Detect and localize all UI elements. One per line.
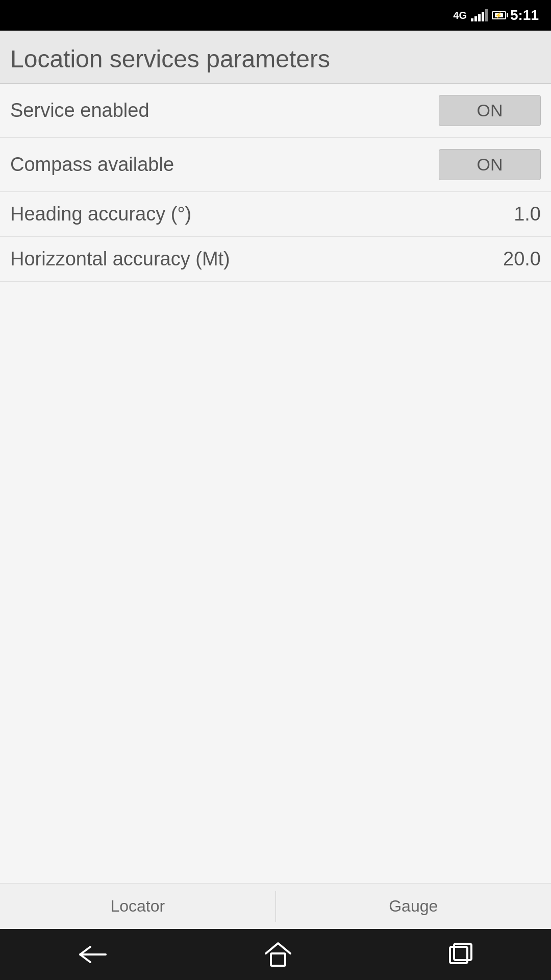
recents-icon [448, 942, 473, 967]
status-icons: 4G ⚡ 5:11 [453, 7, 539, 23]
time-display: 5:11 [510, 7, 539, 23]
page-title-bar: Location services parameters [0, 31, 551, 84]
service-enabled-label: Service enabled [10, 100, 149, 121]
recents-button[interactable] [443, 937, 479, 972]
compass-available-label: Compass available [10, 154, 174, 176]
nav-bar [0, 929, 551, 980]
tab-locator-label: Locator [110, 897, 165, 916]
horizontal-accuracy-value: 20.0 [503, 248, 541, 270]
back-icon [78, 944, 108, 965]
tab-gauge[interactable]: Gauge [276, 884, 552, 929]
svg-rect-1 [271, 953, 285, 966]
home-button[interactable] [259, 936, 297, 973]
network-label: 4G [453, 10, 467, 21]
horizontal-accuracy-row: Horizzontal accuracy (Mt) 20.0 [0, 237, 551, 282]
compass-available-row: Compass available ON [0, 138, 551, 192]
horizontal-accuracy-label: Horizzontal accuracy (Mt) [10, 248, 230, 270]
tab-gauge-label: Gauge [389, 897, 438, 916]
battery-icon: ⚡ [492, 11, 506, 19]
tab-locator[interactable]: Locator [0, 884, 276, 929]
service-enabled-row: Service enabled ON [0, 84, 551, 138]
content-area: Service enabled ON Compass available ON … [0, 84, 551, 883]
page-title: Location services parameters [10, 45, 541, 73]
heading-accuracy-row: Heading accuracy (°) 1.0 [0, 192, 551, 237]
bottom-tabs: Locator Gauge [0, 883, 551, 929]
signal-icon [471, 9, 488, 21]
compass-available-toggle[interactable]: ON [439, 149, 541, 180]
service-enabled-toggle[interactable]: ON [439, 95, 541, 126]
heading-accuracy-label: Heading accuracy (°) [10, 203, 191, 225]
home-icon [264, 941, 292, 968]
heading-accuracy-value: 1.0 [514, 203, 541, 225]
status-bar: 4G ⚡ 5:11 [0, 0, 551, 31]
back-button[interactable] [72, 939, 113, 970]
